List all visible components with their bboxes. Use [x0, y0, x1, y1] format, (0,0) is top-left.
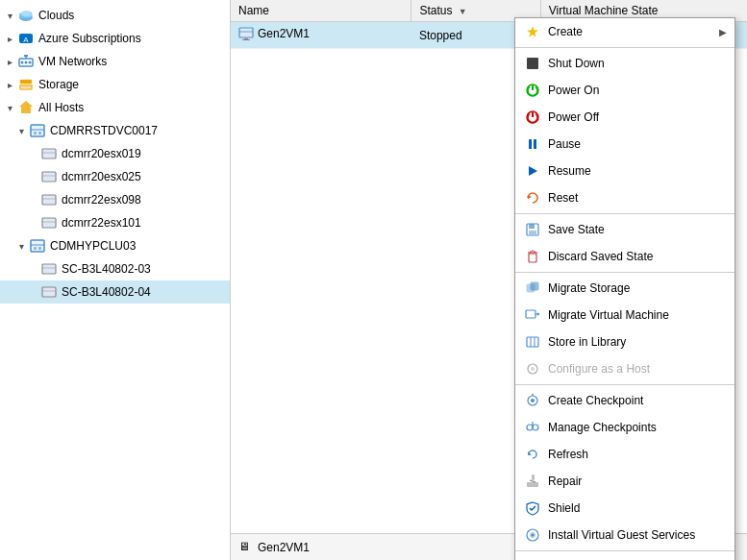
svg-rect-22: [42, 172, 56, 182]
sidebar-item-scb3l40802-04[interactable]: SC-B3L40802-04: [0, 280, 230, 304]
sidebar-item-dcmrr20esx019[interactable]: dcmrr20esx019: [0, 142, 230, 165]
svg-rect-46: [534, 139, 536, 149]
expand-arrow[interactable]: ▾: [15, 240, 27, 252]
sidebar-item-azure[interactable]: ▸AAzure Subscriptions: [0, 27, 230, 50]
svg-rect-34: [42, 287, 56, 297]
context-menu-item-createcheckpoint[interactable]: Create Checkpoint: [515, 387, 735, 414]
sidebar-item-cdmhypclu03[interactable]: ▾CDMHYPCLU03: [0, 234, 230, 257]
svg-rect-75: [527, 482, 538, 487]
menu-separator: [515, 47, 735, 48]
menu-label-pause: Pause: [548, 137, 727, 151]
sidebar-item-scb3l40802-03[interactable]: SC-B3L40802-03: [0, 257, 230, 280]
context-menu-item-resume[interactable]: Resume: [515, 158, 735, 184]
svg-rect-36: [239, 28, 253, 37]
context-menu: Create ▶ Shut Down Power On Power Off Pa…: [514, 17, 735, 560]
svg-point-68: [531, 399, 535, 402]
context-menu-item-installguest[interactable]: Install Virtual Guest Services: [515, 522, 735, 548]
sidebar-icon-dcmrr20esx019: [40, 145, 58, 162]
sidebar-icon-cdmhypclu03: [29, 237, 46, 255]
expand-arrow[interactable]: ▾: [4, 10, 15, 21]
context-menu-item-confighost: Configure as a Host: [515, 355, 735, 382]
context-menu-item-create[interactable]: Create ▶: [515, 18, 735, 45]
menu-icon-installguest: [523, 525, 542, 545]
sidebar-icon-cdmrrstdvc: [29, 122, 46, 139]
sidebar-item-allhosts[interactable]: ▾All Hosts: [0, 96, 230, 119]
sidebar-icon-dcmrr20esx025: [40, 168, 58, 185]
expand-arrow[interactable]: ▾: [15, 125, 27, 136]
menu-icon-shield: [523, 499, 542, 518]
sidebar-item-dcmrr20esx025[interactable]: dcmrr20esx025: [0, 165, 230, 188]
expand-arrow[interactable]: ▸: [4, 33, 15, 44]
content-area: NameStatus ▼Virtual Machine State Gen2VM…: [231, 0, 747, 560]
sidebar-item-dcmrr22esx098[interactable]: dcmrr22esx098: [0, 188, 230, 211]
menu-label-managecheckpoints: Manage Checkpoints: [548, 421, 727, 434]
sidebar-item-cdmrrstdvc[interactable]: ▾CDMRRSTDVC0017: [0, 119, 230, 142]
expand-arrow[interactable]: ▸: [4, 56, 15, 67]
sidebar-item-storage[interactable]: ▸Storage: [0, 73, 230, 96]
context-menu-item-savestate[interactable]: Save State: [515, 216, 735, 243]
svg-rect-40: [527, 58, 538, 69]
menu-icon-migratestorage: [523, 279, 542, 298]
svg-rect-45: [529, 139, 532, 149]
sidebar-label-scb3l40802-03: SC-B3L40802-03: [62, 262, 151, 276]
sidebar-item-dcmrr22esx101[interactable]: dcmrr22esx101: [0, 211, 230, 234]
sidebar-icon-storage: [17, 76, 35, 93]
svg-rect-52: [529, 254, 536, 262]
sidebar-label-dcmrr20esx019: dcmrr20esx019: [62, 147, 141, 160]
svg-rect-24: [42, 195, 56, 205]
context-menu-item-reset[interactable]: Reset: [515, 184, 735, 211]
sidebar-icon-scb3l40802-03: [40, 260, 58, 278]
sidebar-label-scb3l40802-04: SC-B3L40802-04: [62, 285, 151, 299]
table-col-name[interactable]: Name: [231, 0, 411, 22]
menu-label-reset: Reset: [548, 191, 727, 205]
menu-label-migratestorage: Migrate Storage: [548, 281, 727, 295]
svg-point-7: [21, 61, 24, 64]
menu-icon-managecheckpoints: [523, 418, 542, 437]
menu-label-shield: Shield: [548, 501, 727, 515]
sidebar-icon-clouds: [17, 7, 35, 24]
sidebar-icon-dcmrr22esx101: [40, 214, 58, 231]
context-menu-item-managecheckpoints[interactable]: Manage Checkpoints: [515, 414, 735, 441]
menu-label-create: Create: [548, 25, 719, 38]
vm-icon: [238, 26, 254, 41]
sidebar: ▾Clouds▸AAzure Subscriptions▸VM Networks…: [0, 0, 231, 560]
context-menu-item-storelibrary[interactable]: Store in Library: [515, 329, 735, 355]
context-menu-item-shield[interactable]: Shield: [515, 495, 735, 522]
svg-marker-15: [19, 101, 33, 113]
context-menu-item-shutdown[interactable]: Shut Down: [515, 50, 735, 77]
menu-label-installguest: Install Virtual Guest Services: [548, 528, 727, 542]
svg-rect-50: [529, 224, 535, 229]
context-menu-item-migratevm[interactable]: Migrate Virtual Machine: [515, 302, 735, 329]
sidebar-label-cdmhypclu03: CDMHYPCLU03: [50, 239, 136, 253]
context-menu-item-repair[interactable]: Repair: [515, 468, 735, 495]
svg-rect-18: [34, 132, 37, 134]
context-menu-item-migratestorage[interactable]: Migrate Storage: [515, 275, 735, 302]
menu-label-refresh: Refresh: [548, 448, 727, 461]
context-menu-item-discardstate[interactable]: Discard Saved State: [515, 243, 735, 270]
context-menu-item-poweron[interactable]: Power On: [515, 77, 735, 104]
sidebar-item-clouds[interactable]: ▾Clouds: [0, 4, 230, 27]
svg-rect-74: [532, 475, 535, 480]
context-menu-item-poweroff[interactable]: Power Off: [515, 104, 735, 131]
expand-arrow[interactable]: ▸: [4, 79, 15, 90]
sidebar-item-vmnetworks[interactable]: ▸VM Networks: [0, 50, 230, 73]
sidebar-label-dcmrr20esx025: dcmrr20esx025: [62, 170, 141, 183]
menu-label-migratevm: Migrate Virtual Machine: [548, 308, 727, 322]
context-menu-item-pause[interactable]: Pause: [515, 131, 735, 158]
sidebar-icon-dcmrr22esx098: [40, 191, 58, 208]
menu-icon-reset: [523, 188, 542, 207]
sidebar-label-cdmrrstdvc: CDMRRSTDVC0017: [50, 124, 158, 137]
menu-icon-shutdown: [523, 54, 542, 73]
context-menu-item-refresh[interactable]: Refresh: [515, 441, 735, 468]
context-menu-item-manageprotection[interactable]: Manage Protection: [515, 553, 735, 560]
menu-separator: [515, 213, 735, 214]
svg-rect-13: [20, 80, 32, 84]
menu-icon-create: [523, 22, 542, 41]
svg-rect-19: [38, 132, 41, 134]
sidebar-icon-scb3l40802-04: [40, 283, 58, 301]
menu-label-discardstate: Discard Saved State: [548, 250, 727, 263]
expand-arrow[interactable]: ▾: [4, 102, 15, 113]
menu-icon-poweroff: [523, 108, 542, 127]
svg-point-70: [527, 425, 533, 430]
svg-text:A: A: [23, 36, 29, 44]
